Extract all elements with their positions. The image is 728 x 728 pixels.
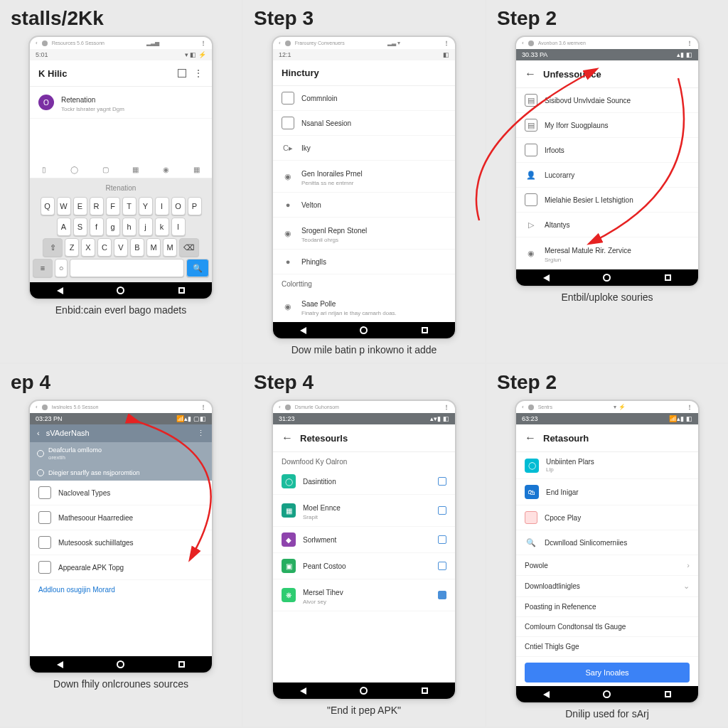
app-item[interactable]: ◯Unbiinten PlarsLlp [516, 452, 698, 479]
list-item[interactable]: Mutesoosk suchiillatges [30, 530, 212, 555]
keyboard[interactable]: Rtenation Q W E R F T Y I O P A S f g h … [30, 178, 212, 282]
key[interactable]: S [73, 218, 87, 236]
list-item[interactable]: ▷Altantys [516, 213, 698, 237]
suggestion-text[interactable]: Rtenation [106, 184, 136, 192]
nav-recent-icon[interactable] [178, 661, 185, 668]
back-icon[interactable]: ← [525, 68, 536, 80]
app-item[interactable]: ▣Peant Costoo [273, 553, 455, 579]
key[interactable]: j [139, 218, 153, 236]
shift-key[interactable]: ⇧ [43, 238, 63, 257]
list-item[interactable]: ◉Saae PolleFinatry ari nrijan ie thay ca… [273, 291, 455, 322]
nav-recent-icon[interactable] [178, 287, 185, 294]
nav-back-icon[interactable] [543, 274, 550, 282]
more-icon[interactable]: ⋮ [687, 40, 692, 46]
list-item[interactable]: ◉Meresal Matule Rir. ZerviceSrgiun [516, 237, 698, 269]
list-row[interactable]: Cntiel Thigls Gge [516, 637, 698, 657]
list-item[interactable]: ▤My Iforr Suogplauns [516, 113, 698, 138]
tab-icon-3[interactable]: ▢ [102, 166, 109, 173]
checkbox[interactable] [438, 506, 446, 515]
back-icon[interactable]: ← [525, 432, 536, 444]
key[interactable]: k [155, 218, 169, 236]
primary-button[interactable]: Sary Inoales [525, 663, 690, 682]
app-item[interactable]: Cpoce Play [516, 505, 698, 530]
tab-icon-4[interactable]: ▦ [132, 166, 139, 173]
nav-recent-icon[interactable] [665, 274, 671, 281]
app-item[interactable]: ◆Sorlwment [273, 527, 455, 553]
space-key[interactable] [70, 259, 184, 277]
key[interactable]: C [97, 238, 112, 257]
key[interactable]: E [73, 197, 87, 215]
app-item[interactable]: 🔍Dcwnlload Sinlicomerniies [516, 530, 698, 555]
key[interactable]: f [90, 218, 104, 236]
more-icon[interactable]: ⋮ [444, 40, 449, 46]
list-item[interactable]: Mielahie Besier L Ietshigtion [516, 188, 698, 213]
backspace-key[interactable]: ⌫ [179, 238, 199, 257]
key[interactable]: F [106, 197, 120, 215]
nav-recent-icon[interactable] [422, 327, 428, 333]
tab-icon-6[interactable]: ▦ [193, 166, 200, 173]
selection-item[interactable]: Diegier snarlfy ase nsjporomtion [30, 465, 212, 481]
key[interactable]: V [114, 238, 128, 257]
list-item[interactable]: Mathesoour Haarrediee [30, 505, 212, 530]
key[interactable]: T [122, 197, 136, 215]
app-item[interactable]: ❋Mersel TihevAlvor sey [273, 579, 455, 611]
selection-item[interactable]: Deafcurla omllomoorextih [30, 442, 212, 465]
checkbox[interactable] [438, 477, 446, 486]
tab-icon[interactable] [178, 69, 186, 77]
nav-home-icon[interactable] [117, 287, 124, 294]
search-key[interactable]: 🔍 [186, 259, 209, 277]
tab-icon-1[interactable]: ▯ [42, 166, 46, 173]
list-item[interactable]: ●Phinglls [273, 250, 455, 274]
nav-recent-icon[interactable] [665, 691, 671, 697]
checkbox-checked[interactable] [438, 591, 446, 599]
nav-home-icon[interactable] [603, 690, 611, 698]
menu-icon[interactable]: ⋮ [193, 68, 203, 79]
more-icon[interactable]: ⋮ [200, 404, 206, 410]
list-item[interactable]: ◉Srogenl Repn StonelTeodanil ohrgs [273, 218, 455, 250]
key[interactable]: g [106, 218, 120, 236]
nav-back-icon[interactable] [300, 327, 306, 334]
key[interactable]: Q [41, 197, 55, 215]
key[interactable]: A [57, 218, 71, 236]
list-row[interactable]: Downloadtlinigles⌄ [516, 576, 698, 597]
nav-home-icon[interactable] [360, 687, 368, 695]
more-icon[interactable]: ⋮ [200, 40, 206, 46]
tab-icon-5[interactable]: ◉ [163, 166, 169, 173]
key[interactable]: I [155, 197, 169, 215]
list-row[interactable]: Powole› [516, 555, 698, 576]
list-item[interactable]: Appearale APK Topg [30, 555, 212, 580]
link-text[interactable]: Addloun osugijin Morard [30, 580, 212, 599]
back-icon[interactable]: ‹ [37, 429, 40, 437]
checkbox[interactable] [438, 562, 446, 570]
list-item[interactable]: Irfoots [516, 138, 698, 163]
nav-back-icon[interactable] [300, 687, 306, 695]
key[interactable]: l [171, 218, 186, 236]
app-item[interactable]: ◯Dasintition [273, 469, 455, 495]
key[interactable]: R [90, 197, 104, 215]
list-item[interactable]: ●Velton [273, 193, 455, 218]
list-item[interactable]: ▤Sisibovd Unvlvdaie Sounce [516, 88, 698, 113]
nav-home-icon[interactable] [117, 660, 124, 668]
list-item[interactable]: ◉Gen Inorailes PrnelPenitta ss ne entmnr [273, 161, 455, 193]
more-icon[interactable]: ⋮ [444, 404, 449, 410]
more-icon[interactable]: ⋮ [687, 404, 692, 410]
checkbox[interactable] [438, 535, 446, 544]
list-row[interactable]: Poasting in Refenence [516, 597, 698, 617]
list-row[interactable]: Comlourn Condtonsal tls Gauge [516, 617, 698, 637]
nav-recent-icon[interactable] [422, 687, 428, 694]
lang-key[interactable]: ○ [55, 259, 68, 277]
key[interactable]: h [122, 218, 136, 236]
list-item[interactable]: C▸Iky [273, 136, 455, 161]
nav-back-icon[interactable] [57, 661, 63, 668]
app-item[interactable]: 🛍End Inigar [516, 479, 698, 505]
key[interactable]: X [81, 238, 95, 257]
key[interactable]: M [146, 238, 161, 257]
nav-back-icon[interactable] [57, 287, 63, 294]
menu-icon[interactable]: ⋮ [197, 429, 205, 438]
key[interactable]: Z [65, 238, 79, 257]
list-item[interactable]: Commnloin [273, 86, 455, 111]
key[interactable]: Y [139, 197, 153, 215]
tab-icon-2[interactable]: ◯ [70, 166, 78, 173]
key[interactable]: W [57, 197, 71, 215]
key[interactable]: B [130, 238, 144, 257]
